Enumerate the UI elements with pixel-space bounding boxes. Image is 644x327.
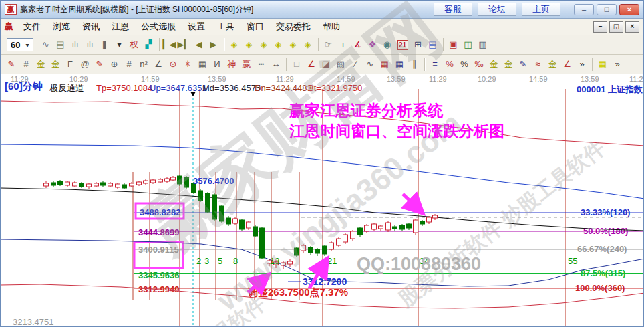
menu-formula-stock-pick[interactable]: 公式选股 [135, 19, 182, 34]
gold-line-icon[interactable]: 金 [501, 57, 516, 72]
candle-pencil-icon[interactable]: ✎ [516, 57, 530, 72]
zigzag-icon[interactable]: И [210, 57, 224, 72]
red-grid-icon[interactable]: ▦ [377, 57, 392, 72]
candle-style-icon[interactable]: ❚ [98, 37, 112, 52]
more-tools-icon[interactable]: » [575, 57, 589, 72]
trend-line-icon[interactable]: ∕ [348, 57, 363, 72]
menu-trade-order[interactable]: 交易委托 [270, 19, 317, 34]
forum-button[interactable]: 论坛 [478, 3, 516, 16]
more-tools-2-icon[interactable]: » [610, 57, 625, 72]
crosshair-icon[interactable]: ＋ [336, 37, 351, 52]
fuquan-icon[interactable]: 权 [127, 37, 142, 52]
angle-ruler-icon[interactable]: ∠ [151, 57, 166, 72]
mdi-close-button[interactable]: × [625, 21, 639, 33]
candle-style-dropdown-icon[interactable]: ▾ [112, 37, 127, 52]
span-measure-icon[interactable]: ↔ [269, 57, 283, 72]
ruler-123-icon[interactable]: ┅ [254, 57, 269, 72]
gold-ratio-icon[interactable]: 金 [33, 57, 48, 72]
gann-wheel-icon[interactable]: ◉ [380, 37, 395, 52]
diamond-vmove-icon[interactable]: ◈ [271, 37, 286, 52]
gann-grid-icon[interactable]: # [19, 57, 33, 72]
kline-5-icon[interactable]: ılı [83, 37, 98, 52]
angle-j-icon[interactable]: ∠ [560, 57, 575, 72]
gold-underline-icon[interactable]: 金 [545, 57, 560, 72]
home-button[interactable]: 主页 [522, 3, 560, 16]
candle-body [358, 228, 363, 235]
candle-body [427, 217, 432, 222]
save-icon[interactable]: ▣ [446, 37, 461, 52]
menu-tools[interactable]: 工具 [211, 19, 240, 34]
shen-tool-icon[interactable]: 神 [224, 57, 239, 72]
price-chart-canvas[interactable]: 33.33%(120)3488.828250.0%(180)3444.86996… [1, 74, 644, 327]
close-button[interactable]: × [619, 4, 639, 15]
next-bar-icon[interactable]: ▶ [206, 37, 221, 52]
star-wheel-icon[interactable]: ✳ [180, 57, 195, 72]
mdi-restore-button[interactable]: ◱ [609, 21, 623, 33]
hatch-box-icon[interactable]: ▨ [333, 57, 348, 72]
yellow-grid-icon[interactable]: ▦ [595, 57, 610, 72]
chart-type-icon[interactable]: ∿ [39, 37, 53, 52]
export-image-icon[interactable]: ◫ [461, 37, 476, 52]
speed-fan-icon[interactable]: ∠ [304, 57, 319, 72]
hand-drag-icon[interactable]: ☞ [321, 37, 336, 52]
candle-body [79, 183, 84, 187]
parallel-lines-icon[interactable]: ∥ [407, 57, 422, 72]
toolbar-separator [318, 38, 319, 51]
target-icon[interactable]: ⊙ [166, 57, 180, 72]
mdi-minimize-button[interactable]: – [593, 21, 607, 33]
go-first-icon[interactable]: ▎◀ [162, 37, 177, 52]
percent-icon[interactable]: % [457, 57, 472, 72]
menu-browse[interactable]: 浏览 [47, 19, 76, 34]
dense-grid-icon[interactable]: # [122, 57, 136, 72]
fibonacci-icon[interactable]: F [63, 57, 77, 72]
print-icon[interactable]: ▥ [476, 37, 490, 52]
service-button[interactable]: 客服 [434, 3, 472, 16]
info-board-icon[interactable]: ▤ [53, 37, 68, 52]
diamond-right-icon[interactable]: ◈ [227, 37, 242, 52]
calculator-icon[interactable]: ⊞ [411, 37, 426, 52]
candle-body [260, 228, 265, 258]
candle-body [130, 183, 134, 186]
go-last-icon[interactable]: ▶▎ [177, 37, 192, 52]
diamond-both-icon[interactable]: ◈ [242, 37, 257, 52]
prev-bar-icon[interactable]: ◀ [192, 37, 206, 52]
strike-percent-icon[interactable]: % [442, 57, 457, 72]
period-combo-value: 60 [11, 40, 20, 50]
gold-circle-icon[interactable]: 金 [486, 57, 501, 72]
gann-compass-icon[interactable]: ⊕ [107, 57, 122, 72]
wave-gold-icon[interactable]: ≈ [530, 57, 545, 72]
red-brush-icon[interactable]: ✎ [92, 57, 107, 72]
gann-fan-tool-icon[interactable]: ❖ [365, 37, 380, 52]
minimize-button[interactable]: – [574, 4, 594, 15]
wave-line-icon[interactable]: ∿ [363, 57, 377, 72]
notes-icon[interactable]: ▤ [426, 37, 440, 52]
kline-3-icon[interactable]: ılı [68, 37, 83, 52]
pencil-tool-icon[interactable]: ✎ [4, 57, 19, 72]
menu-settings[interactable]: 设置 [182, 19, 211, 34]
period-combo[interactable]: 60 ▾ [7, 38, 33, 51]
candle-body [315, 249, 320, 253]
diamond-hmove-icon[interactable]: ◈ [257, 37, 271, 52]
price-ladder-icon[interactable]: ≡ [428, 57, 442, 72]
menu-window[interactable]: 窗口 [240, 19, 270, 34]
matrix-icon[interactable]: ▦ [195, 57, 210, 72]
menu-help[interactable]: 帮助 [317, 19, 346, 34]
color-volume-icon[interactable]: ▞ [142, 37, 156, 52]
spiral-icon[interactable]: @ [77, 57, 92, 72]
square-of-nine-icon[interactable]: n² [136, 57, 151, 72]
menu-news[interactable]: 资讯 [76, 19, 106, 34]
menu-file[interactable]: 文件 [17, 19, 47, 34]
ying-tool-icon[interactable]: 赢 [239, 57, 254, 72]
fib-level-label: 66.67%(240) [577, 244, 627, 254]
maximize-button[interactable]: □ [597, 4, 617, 15]
calendar-icon[interactable]: 21 [397, 40, 408, 50]
axis-grid-icon[interactable]: ▦ [392, 57, 407, 72]
shaded-fan-icon[interactable]: ◪ [319, 57, 333, 72]
angle-tool-icon[interactable]: ∡ [351, 37, 365, 52]
region-box-icon[interactable]: □ [289, 57, 304, 72]
diamond-compress-icon[interactable]: ◈ [301, 37, 315, 52]
gold-grid-icon[interactable]: 金 [48, 57, 63, 72]
diamond-expand-icon[interactable]: ◈ [286, 37, 301, 52]
menu-gann[interactable]: 江恩 [106, 19, 135, 34]
permille-icon[interactable]: ‰ [472, 57, 486, 72]
